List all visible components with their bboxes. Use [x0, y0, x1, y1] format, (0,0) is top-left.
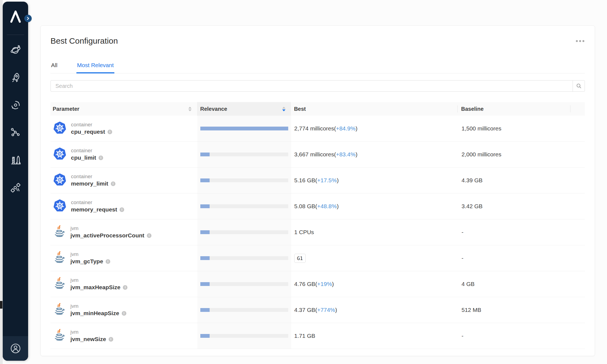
best-cell: 4.76 GB (+19%) [291, 271, 458, 297]
sidebar-divider [7, 35, 24, 35]
java-icon [53, 225, 66, 240]
parameter-name: jvm_newSize [70, 335, 106, 343]
relevance-cell [197, 323, 291, 349]
parameter-category: jvm [70, 329, 113, 335]
relevance-cell [197, 271, 291, 297]
gc-type-tag: G1 [294, 254, 306, 263]
search-icon [576, 83, 582, 89]
sidebar-item-telemetry[interactable] [10, 99, 22, 111]
best-value: 1 CPUs [294, 229, 314, 235]
parameter-category: container [71, 173, 115, 180]
page-title: Best Configuration [50, 35, 118, 46]
parameter-cell: container memory_limit i [50, 168, 197, 193]
sidebar-item-experiments[interactable] [10, 71, 22, 83]
tab-all[interactable]: All [50, 62, 58, 73]
parameter-cell: container cpu_limit i [50, 142, 197, 167]
window-edge-strip [0, 0, 3, 364]
sidebar-item-systems[interactable] [10, 154, 22, 166]
sidebar-item-optimization-studies[interactable] [10, 44, 22, 56]
info-icon[interactable]: i [122, 311, 126, 316]
info-icon[interactable]: i [109, 337, 113, 342]
sidebar-item-integrations[interactable] [10, 182, 22, 194]
satellite-icon [10, 182, 22, 194]
table-row[interactable]: container memory_request i 5.08 GB (+48.… [50, 193, 585, 219]
baseline-cell: 512 MB [458, 297, 571, 323]
table-row[interactable]: jvm jvm_maxHeapSize i 4.76 GB (+19%) 4 G… [50, 271, 585, 297]
parameter-name: cpu_request [71, 128, 105, 136]
info-icon[interactable]: i [111, 181, 115, 186]
akamas-logo [3, 9, 28, 24]
relevance-bar-fill [200, 153, 210, 156]
relevance-bar-fill [200, 256, 210, 260]
best-delta: +19% [317, 281, 332, 287]
kubernetes-icon [53, 173, 67, 188]
sort-icon [188, 107, 192, 111]
info-icon[interactable]: i [108, 130, 112, 134]
parameter-cell: jvm jvm_maxHeapSize i [50, 271, 197, 297]
search-input[interactable] [50, 80, 573, 92]
best-configuration-card: Best Configuration All Most Relevant Par… [40, 25, 595, 356]
best-delta: +83.4% [336, 151, 356, 158]
sidebar [3, 2, 28, 361]
column-header-parameter[interactable]: Parameter [50, 102, 197, 116]
best-value: 2,774 millicores [294, 125, 334, 132]
launchpad-icon [10, 154, 22, 166]
relevance-bar-track [200, 127, 288, 130]
baseline-cell: 4.39 GB [458, 168, 571, 193]
info-icon[interactable]: i [123, 285, 127, 290]
relevance-bar-fill [200, 230, 210, 234]
best-cell: G1 [291, 245, 458, 271]
kubernetes-icon [53, 121, 67, 136]
sidebar-item-workflows[interactable] [10, 127, 22, 139]
table-row[interactable]: jvm jvm_newSize i 1.71 GB - [50, 323, 585, 349]
best-cell: 4.37 GB (+774%) [291, 297, 458, 323]
best-delta: +48.8% [317, 203, 337, 210]
user-account-icon [10, 343, 21, 354]
sidebar-nav [3, 44, 28, 194]
parameter-category: jvm [70, 277, 127, 284]
table-row[interactable]: container cpu_limit i 3,667 millicores (… [50, 142, 585, 168]
java-icon [53, 302, 66, 318]
column-header-baseline: Baseline [457, 102, 570, 116]
parameter-name: memory_limit [71, 180, 108, 187]
relevance-cell [197, 297, 291, 323]
column-header-best: Best [291, 102, 457, 116]
rocket-icon [10, 71, 22, 83]
parameter-category: container [71, 199, 124, 206]
parameter-name: jvm_activeProcessorCount [70, 232, 144, 239]
user-account-button[interactable] [10, 342, 22, 354]
info-icon[interactable]: i [99, 156, 103, 160]
graph-nodes-icon [10, 127, 22, 139]
baseline-cell: - [458, 245, 571, 271]
table-row[interactable]: jvm jvm_activeProcessorCount i 1 CPUs - [50, 219, 585, 245]
relevance-bar-track [200, 308, 288, 312]
best-value: 1.71 GB [294, 333, 315, 339]
table-row[interactable]: container cpu_request i 2,774 millicores… [50, 116, 585, 142]
table-row[interactable]: jvm jvm_gcType i G1 - [50, 245, 585, 271]
ellipsis-icon [576, 40, 578, 42]
info-icon[interactable]: i [106, 259, 110, 264]
relevance-bar-track [200, 153, 288, 156]
card-menu-button[interactable] [575, 38, 585, 44]
search-button[interactable] [573, 80, 585, 92]
best-cell: 1 CPUs [291, 219, 458, 245]
baseline-cell: - [458, 323, 571, 349]
info-icon[interactable]: i [147, 233, 151, 238]
relevance-cell [197, 193, 291, 219]
best-cell: 3,667 millicores (+83.4%) [291, 142, 458, 167]
sidebar-expand-button[interactable] [24, 15, 32, 22]
best-value: 5.16 GB [294, 177, 315, 184]
parameter-cell: container cpu_request i [50, 116, 197, 141]
table-row[interactable]: jvm jvm_minHeapSize i 4.37 GB (+774%) 51… [50, 297, 585, 323]
tab-most-relevant[interactable]: Most Relevant [76, 62, 114, 73]
table-row[interactable]: container memory_limit i 5.16 GB (+17.5%… [50, 168, 585, 193]
baseline-cell: - [458, 219, 571, 245]
best-cell: 1.71 GB [291, 323, 458, 349]
relevance-bar-track [200, 282, 288, 286]
tabs: All Most Relevant [50, 62, 585, 73]
kubernetes-icon [53, 199, 67, 214]
info-icon[interactable]: i [120, 207, 124, 212]
column-header-relevance[interactable]: Relevance [197, 102, 291, 116]
sort-desc-icon [282, 107, 285, 111]
relevance-bar-fill [200, 178, 210, 182]
